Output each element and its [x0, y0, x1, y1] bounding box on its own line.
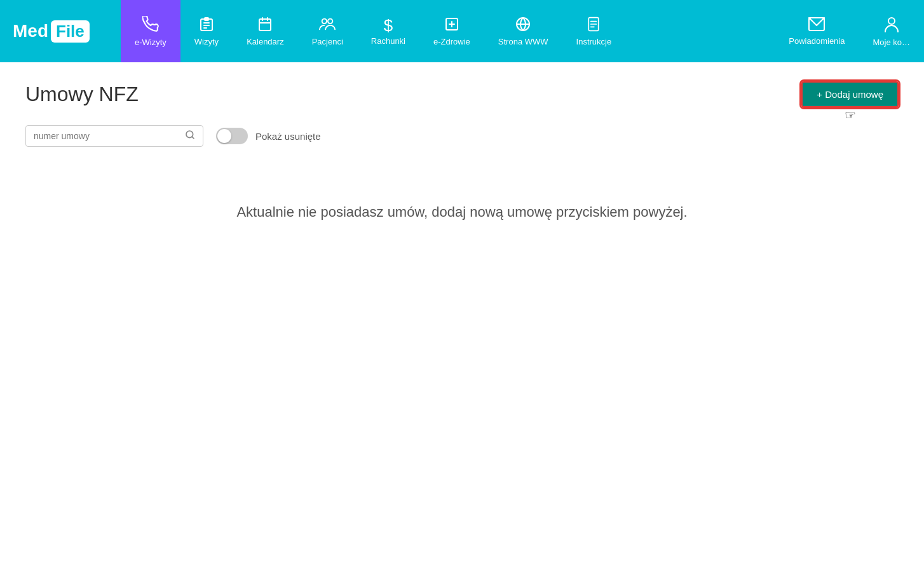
logo-med: Med	[13, 21, 48, 41]
phone-icon	[142, 16, 159, 35]
toggle-slider	[216, 128, 248, 144]
sidebar-item-e-zdrowie[interactable]: e-Zdrowie	[419, 0, 484, 62]
dollar-icon: $	[384, 17, 393, 34]
toggle-container: Pokaż usunięte	[216, 128, 321, 144]
svg-rect-4	[259, 19, 271, 31]
nav-item-moje-konto[interactable]: Moje ko…	[859, 0, 924, 62]
page-title: Umowy NFZ	[25, 83, 139, 106]
sidebar-item-rachunki[interactable]: $ Rachunki	[357, 0, 419, 62]
nav-label-powiadomienia: Powiadomienia	[789, 36, 845, 46]
sidebar-item-instrukcje[interactable]: Instrukcje	[562, 0, 626, 62]
sidebar-item-wizyty[interactable]: Wizyty	[180, 0, 233, 62]
page-header: Umowy NFZ + Dodaj umowę ☞	[25, 81, 899, 107]
search-icon	[185, 130, 195, 142]
globe-icon	[515, 17, 531, 34]
add-contract-button[interactable]: + Dodaj umowę	[801, 81, 899, 107]
sidebar-item-kalendarz[interactable]: Kalendarz	[233, 0, 298, 62]
nav-label-rachunki: Rachunki	[371, 36, 405, 46]
svg-point-9	[328, 18, 332, 23]
nav-label-strona-www: Strona WWW	[498, 37, 548, 46]
nav-label-e-zdrowie: e-Zdrowie	[433, 37, 470, 46]
nav-items: e-Wizyty Wizyty	[121, 0, 775, 62]
sidebar-item-pacjenci[interactable]: Pacjenci	[298, 0, 357, 62]
nav-item-powiadomienia[interactable]: Powiadomienia	[775, 0, 859, 62]
empty-state: Aktualnie nie posiadasz umów, dodaj nową…	[25, 166, 899, 259]
search-input[interactable]	[34, 131, 185, 141]
file-text-icon	[587, 17, 601, 34]
sidebar-item-strona-www[interactable]: Strona WWW	[484, 0, 562, 62]
filters-row: Pokaż usunięte	[25, 125, 899, 147]
main-content: Umowy NFZ + Dodaj umowę ☞ Pokaż usunięte	[0, 62, 924, 563]
nav-label-kalendarz: Kalendarz	[247, 37, 284, 46]
sidebar-item-e-wizyty[interactable]: e-Wizyty	[121, 0, 180, 62]
search-container	[25, 125, 203, 147]
empty-state-text: Aktualnie nie posiadasz umów, dodaj nową…	[236, 204, 687, 220]
mail-icon	[808, 17, 825, 34]
users-icon	[319, 17, 336, 34]
cursor-icon: ☞	[845, 107, 856, 123]
nav-label-wizyty: Wizyty	[194, 37, 219, 46]
nav-label-moje-konto: Moje ko…	[873, 37, 910, 47]
calendar-icon	[257, 17, 273, 34]
nav-label-instrukcje: Instrukcje	[576, 37, 612, 46]
plus-square-icon	[444, 17, 459, 34]
show-deleted-toggle[interactable]	[216, 128, 248, 144]
svg-point-8	[322, 18, 327, 23]
nav-label-e-wizyty: e-Wizyty	[135, 37, 166, 47]
logo[interactable]: Med File	[0, 0, 121, 62]
clipboard-icon	[199, 17, 214, 34]
navbar: Med File e-Wizyty	[0, 0, 924, 62]
nav-label-pacjenci: Pacjenci	[312, 37, 343, 46]
navbar-right: Powiadomienia Moje ko…	[775, 0, 924, 62]
logo-file: File	[51, 20, 90, 43]
user-icon	[885, 16, 899, 35]
toggle-label: Pokaż usunięte	[255, 131, 321, 142]
svg-line-22	[192, 137, 194, 139]
svg-point-20	[888, 18, 895, 24]
